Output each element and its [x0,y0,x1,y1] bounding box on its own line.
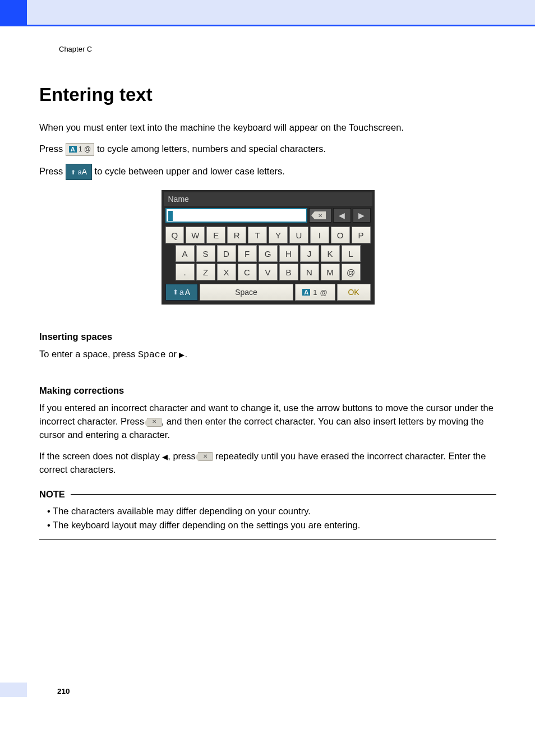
key-q[interactable]: Q [165,227,185,243]
note-item-2: The keyboard layout may differ depending… [47,518,496,532]
corrections-para-1: If you entered an incorrect character an… [39,402,496,442]
cursor-left-key[interactable]: ◀ [333,208,351,223]
key-x[interactable]: X [217,264,236,280]
keyboard-row-2: A S D F G H J K L [165,245,371,262]
page-title: Entering text [39,84,496,105]
mode-chip-A: A [69,146,77,153]
backspace-inline-x-icon: ✕ [152,418,156,426]
backspace-icon-inline: ✕ [147,418,162,427]
note-block: NOTE The characters available may differ… [39,489,496,540]
key-e[interactable]: E [206,227,225,243]
key-a[interactable]: A [176,245,195,262]
key-b[interactable]: B [279,264,298,280]
key-d[interactable]: D [217,245,236,262]
keyboard-bottom-row: ⬆ aA Space A 1 @ OK [164,284,372,302]
key-k[interactable]: K [321,245,340,262]
key-l[interactable]: L [342,245,361,262]
right-triangle-icon: ▶ [179,351,185,359]
key-i[interactable]: I [310,227,329,243]
backspace-inline-x-icon-2: ✕ [203,453,207,461]
key-j[interactable]: J [300,245,319,262]
content: Chapter C Entering text When you must en… [39,45,496,540]
shift-button-inline: ⬆ aA [66,164,92,180]
shift-key-a: a [179,288,184,297]
key-period[interactable]: . [176,264,195,280]
press-line-2: Press ⬆ aA to cycle between upper and lo… [39,164,496,180]
corrections-para-2: If the screen does not display ◀, press … [39,450,496,477]
ok-key[interactable]: OK [337,284,371,301]
keyboard-rows: Q W E R T Y U I O P A S D F G H [164,225,372,284]
keyboard-input-row: ✕ ◀ ▶ [164,206,372,225]
keyboard-row-3: . Z X C V B N M @ [165,264,371,280]
press2-a: Press [39,166,66,176]
left-triangle-icon: ◀ [162,453,168,461]
inserting-spaces-heading: Inserting spaces [39,331,496,342]
sec2-p2a: If the screen does not display [39,451,162,461]
note-item-1: The characters available may differ depe… [47,504,496,518]
press2-b: to cycle between upper and lower case le… [95,166,285,176]
key-g[interactable]: G [259,245,278,262]
sec1-a: To enter a space, press [39,349,138,359]
key-z[interactable]: Z [196,264,215,280]
key-p[interactable]: P [352,227,371,243]
sec2-p2b: , press [168,451,198,461]
space-keyword: Space [138,349,166,360]
mode-key-at: @ [320,288,327,297]
key-s[interactable]: S [196,245,215,262]
left-margin [0,0,27,756]
sec1-c: . [185,349,187,359]
shift-key[interactable]: ⬆ aA [165,284,198,301]
note-rule-top [71,494,496,495]
key-n[interactable]: N [300,264,319,280]
key-w[interactable]: W [186,227,205,243]
header-band [27,0,535,25]
space-key[interactable]: Space [200,284,293,301]
mode-cycle-button-inline: A 1 @ [66,143,95,156]
shift-up-icon: ⬆ [173,288,178,296]
note-list: The characters available may differ depe… [39,500,496,539]
key-o[interactable]: O [331,227,350,243]
touchscreen-keyboard: Name ✕ ◀ ▶ Q W E R T Y U [162,190,375,305]
shift-chip-a: a [77,168,81,176]
intro-text: When you must enter text into the machin… [39,121,496,135]
shift-key-A: A [185,288,190,297]
text-cursor [168,211,173,221]
sec1-b: or [166,349,179,359]
mode-key[interactable]: A 1 @ [295,284,335,301]
mode-key-A: A [302,289,310,296]
note-rule-bottom [39,539,496,540]
key-t[interactable]: T [248,227,267,243]
mode-chip-1: 1 [79,145,82,153]
note-header: NOTE [39,489,496,500]
making-corrections-heading: Making corrections [39,385,496,396]
cursor-right-key[interactable]: ▶ [353,208,371,223]
key-r[interactable]: R [227,227,246,243]
key-u[interactable]: U [289,227,308,243]
keyboard-text-field[interactable] [165,208,307,223]
press1-a: Press [39,144,66,154]
key-y[interactable]: Y [269,227,288,243]
key-m[interactable]: M [321,264,340,280]
note-label: NOTE [39,489,65,500]
shift-chip-A: A [82,167,87,176]
key-f[interactable]: F [238,245,257,262]
keyboard-row-1: Q W E R T Y U I O P [165,227,371,243]
left-margin-top [0,0,27,26]
shift-arrow-icon: ⬆ [71,169,76,176]
backspace-x-icon: ✕ [318,213,322,219]
mode-key-1: 1 [313,288,317,297]
key-at[interactable]: @ [342,264,361,280]
key-c[interactable]: C [238,264,257,280]
backspace-key[interactable]: ✕ [309,208,331,223]
press1-b: to cycle among letters, numbers and spec… [97,144,326,154]
key-h[interactable]: H [279,245,298,262]
backspace-icon-inline-2: ✕ [198,452,213,461]
keyboard-title: Name [164,192,372,206]
press-line-1: Press A 1 @ to cycle among letters, numb… [39,142,496,156]
mode-chip-at: @ [84,145,91,153]
page-number: 210 [57,687,70,695]
backspace-icon: ✕ [315,211,326,219]
key-v[interactable]: V [259,264,278,280]
chapter-label: Chapter C [59,45,496,53]
inserting-spaces-text: To enter a space, press Space or ▶. [39,348,496,362]
